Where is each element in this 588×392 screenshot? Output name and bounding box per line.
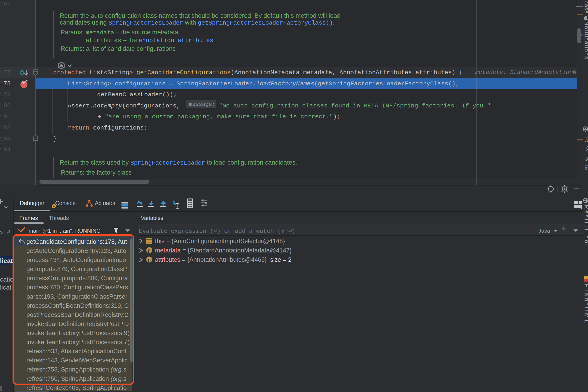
svg-text:p: p (148, 248, 151, 253)
svg-text:p: p (148, 257, 151, 262)
